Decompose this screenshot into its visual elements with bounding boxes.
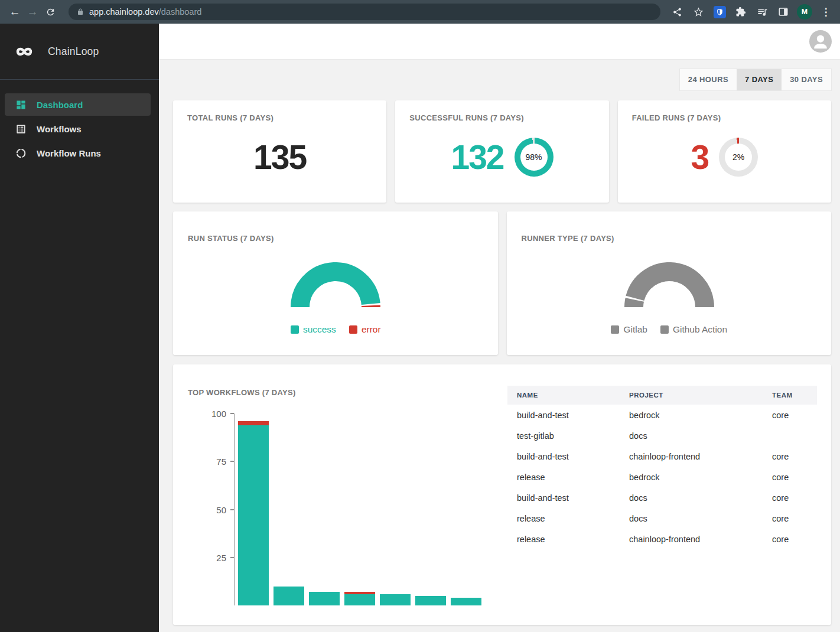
dashboard-icon [15, 99, 27, 110]
time-range-tab[interactable]: 24 HOURS [680, 69, 737, 90]
shield-icon [714, 6, 726, 18]
loop-circle-icon [15, 148, 27, 159]
card-title: RUNNER TYPE (7 DAYS) [522, 234, 818, 243]
card-title: TOP WORKFLOWS (7 DAYS) [188, 388, 296, 397]
bitwarden-extension-icon[interactable] [711, 4, 728, 20]
legend-swatch [291, 325, 299, 334]
sidebar-nav: Dashboard Workflows Workflow Runs [0, 93, 159, 164]
successful-runs-card: SUCCESSFUL RUNS (7 DAYS) 132 98% [395, 100, 608, 203]
sidebar-item-dashboard[interactable]: Dashboard [5, 93, 151, 116]
failed-runs-percent: 2% [725, 144, 752, 171]
failed-runs-card: FAILED RUNS (7 DAYS) 3 2% [618, 100, 831, 203]
sidebar-item-workflows[interactable]: Workflows [5, 118, 151, 140]
back-button[interactable]: ← [6, 3, 24, 21]
address-bar[interactable]: app.chainloop.dev/dashboard [69, 4, 660, 20]
successful-runs-donut: 98% [515, 138, 554, 177]
table-row[interactable]: test-gitlabdocs [507, 425, 817, 446]
lock-icon [77, 8, 84, 16]
browser-profile-avatar[interactable]: M [796, 4, 813, 20]
browser-menu-icon[interactable]: ⋮ [818, 4, 834, 20]
legend-item-github-action[interactable]: Github Action [660, 324, 727, 335]
reload-icon [45, 7, 56, 17]
run-status-gauge [289, 262, 382, 317]
chainloop-logo-icon [11, 44, 38, 60]
sidebar-item-label: Workflow Runs [37, 148, 101, 158]
list-icon [15, 123, 27, 135]
extensions-puzzle-icon[interactable] [732, 4, 749, 20]
reload-button[interactable] [41, 3, 59, 21]
legend-swatch [660, 325, 669, 334]
browser-toolbar: ← → app.chainloop.dev/dashboard M [0, 0, 840, 24]
bookmark-star-icon[interactable] [690, 4, 706, 20]
table-row[interactable]: releasechainloop-frontendcore [507, 529, 817, 549]
total-runs-value: 135 [253, 138, 306, 177]
top-workflows-table: NAME PROJECT TEAM build-and-testbedrockc… [507, 386, 817, 549]
sidebar-item-label: Dashboard [37, 100, 83, 110]
forward-button[interactable]: → [24, 3, 41, 21]
gauge-segment [300, 272, 371, 307]
failed-runs-value: 3 [691, 138, 708, 177]
workflow-bar[interactable] [344, 592, 375, 605]
column-header-team: TEAM [772, 392, 817, 399]
url-path: /dashboard [159, 7, 202, 17]
user-avatar-button[interactable] [809, 30, 832, 53]
runner-type-legend: Gitlab Github Action [522, 324, 818, 335]
failed-runs-donut: 2% [719, 138, 758, 177]
table-row[interactable]: releasebedrockcore [507, 467, 817, 487]
sidebar-item-workflow-runs[interactable]: Workflow Runs [5, 142, 151, 164]
main-content: 24 HOURS7 DAYS30 DAYS TOTAL RUNS (7 DAYS… [159, 24, 840, 632]
column-header-project: PROJECT [629, 392, 772, 399]
table-row[interactable]: build-and-testdocscore [507, 487, 817, 508]
table-header: NAME PROJECT TEAM [507, 386, 817, 405]
share-icon[interactable] [669, 4, 685, 20]
sidebar-item-label: Workflows [37, 124, 82, 134]
column-header-name: NAME [517, 392, 629, 399]
playlist-icon[interactable] [754, 4, 770, 20]
gauge-segment [635, 272, 705, 307]
card-title: RUN STATUS (7 DAYS) [188, 234, 484, 243]
legend-item-error[interactable]: error [349, 324, 381, 335]
total-runs-card: TOTAL RUNS (7 DAYS) 135 [173, 100, 386, 203]
workflow-bar[interactable] [309, 592, 340, 605]
side-panel-icon[interactable] [775, 4, 792, 20]
top-workflows-card: TOP WORKFLOWS (7 DAYS) 255075100 NAME PR… [173, 364, 831, 625]
run-status-card: RUN STATUS (7 DAYS) success error [173, 211, 498, 355]
time-range-tab[interactable]: 30 DAYS [782, 69, 831, 90]
run-status-legend: success error [188, 324, 484, 335]
y-axis: 255075100 [173, 413, 235, 605]
time-range-tab[interactable]: 7 DAYS [737, 69, 782, 90]
gauge-segment [634, 299, 634, 307]
workflow-bar[interactable] [274, 587, 304, 606]
app-header [159, 24, 840, 59]
top-workflows-table-body: build-and-testbedrockcoretest-gitlabdocs… [507, 405, 817, 549]
url-host: app.chainloop.dev [89, 7, 159, 17]
card-title: TOTAL RUNS (7 DAYS) [187, 113, 372, 122]
successful-runs-value: 132 [451, 138, 503, 177]
workflow-bar[interactable] [380, 594, 411, 606]
bars [238, 421, 481, 605]
legend-swatch [611, 325, 619, 334]
card-title: SUCCESSFUL RUNS (7 DAYS) [409, 113, 594, 122]
brand: ChainLoop [0, 24, 159, 80]
table-row[interactable]: build-and-testchainloop-frontendcore [507, 446, 817, 467]
table-row[interactable]: build-and-testbedrockcore [507, 405, 817, 425]
time-range-selector: 24 HOURS7 DAYS30 DAYS [680, 69, 831, 90]
workflow-bar[interactable] [238, 421, 269, 605]
sidebar: ChainLoop Dashboard Workflows Workflow R… [0, 24, 159, 632]
successful-runs-percent: 98% [520, 144, 548, 171]
table-row[interactable]: releasedocscore [507, 508, 817, 529]
legend-item-gitlab[interactable]: Gitlab [611, 324, 647, 335]
brand-name: ChainLoop [48, 45, 99, 58]
runner-type-gauge [623, 262, 715, 317]
card-title: FAILED RUNS (7 DAYS) [632, 113, 817, 122]
workflow-bar[interactable] [415, 596, 446, 605]
runner-type-card: RUNNER TYPE (7 DAYS) Gitlab Github Actio… [507, 211, 832, 355]
legend-item-success[interactable]: success [291, 324, 336, 335]
person-icon [809, 30, 832, 53]
workflow-bar[interactable] [451, 598, 481, 605]
legend-swatch [349, 325, 357, 334]
